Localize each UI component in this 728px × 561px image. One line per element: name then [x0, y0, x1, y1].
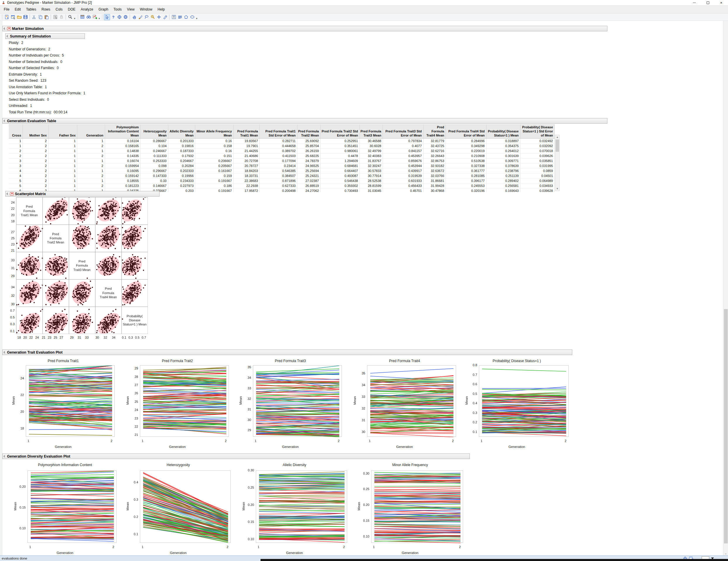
crosshair-icon[interactable]: [116, 14, 122, 20]
window-vertical-scrollbar[interactable]: ⌄: [723, 21, 728, 555]
minimize-button[interactable]: [688, 0, 701, 6]
table-row[interactable]: 42120.1591420.1473330.199560.15918.33731…: [9, 173, 555, 178]
disclosure-icon[interactable]: [4, 351, 6, 354]
globe-icon[interactable]: [122, 14, 129, 20]
section-header-trait-plot[interactable]: Generation Trait Evaluation Plot: [2, 350, 572, 355]
column-header[interactable]: Pred Formula Trait4 Std Error of Mean: [446, 125, 486, 138]
menu-cols[interactable]: Cols: [53, 6, 65, 13]
copy-icon[interactable]: [37, 14, 43, 20]
column-header[interactable]: Probability( Disease Status=1 ) Std Erro…: [520, 125, 554, 138]
section-header-scatterplot-matrix[interactable]: Scatterplot Matrix: [5, 191, 160, 196]
brush-icon[interactable]: [137, 14, 143, 20]
text-annotation-icon[interactable]: T: [171, 14, 177, 20]
maximize-button[interactable]: [701, 0, 715, 6]
chart-plot-area[interactable]: [253, 366, 342, 437]
section-header-diversity-plot[interactable]: Generation Diversity Evaluation Plot: [2, 454, 470, 459]
chart-plot-area[interactable]: [367, 366, 456, 437]
chart-plot-area[interactable]: [479, 366, 569, 437]
red-triangle-menu-icon[interactable]: [7, 27, 11, 30]
column-header[interactable]: Generation: [77, 125, 105, 138]
lock-icon[interactable]: [58, 14, 64, 20]
table-row[interactable]: 42110.160950.2966670.2023330.16166718.84…: [9, 168, 555, 173]
column-header[interactable]: Pred Formula Trait3 Mean: [359, 125, 383, 138]
table-vertical-scrollbar[interactable]: ▲ ▼: [555, 135, 560, 191]
section-header-marker-simulation[interactable]: Marker Simulation: [2, 26, 607, 31]
disclosure-icon[interactable]: [6, 192, 9, 195]
eraser-icon[interactable]: [162, 14, 168, 20]
menu-window[interactable]: Window: [137, 6, 155, 13]
column-header[interactable]: Mother Sex: [23, 125, 48, 138]
new-script-icon[interactable]: [4, 14, 10, 20]
disclosure-icon[interactable]: [4, 455, 6, 458]
column-header[interactable]: Polymorphism Information Content Mean: [105, 125, 140, 138]
column-header[interactable]: Pred Formula Trait1 Mean: [234, 125, 260, 138]
crosshair-plus-icon[interactable]: [156, 14, 162, 20]
section-header-generation-table[interactable]: Generation Evaluation Table: [2, 118, 607, 124]
table-row[interactable]: 52110.185550.330.2343330.19166722.386830…: [9, 178, 555, 183]
menu-graph[interactable]: Graph: [96, 6, 111, 13]
column-header[interactable]: Minor Allele Frequency Mean: [195, 125, 234, 138]
menu-doe[interactable]: DOE: [65, 6, 78, 13]
chart-plot-area[interactable]: [140, 366, 229, 437]
toolbar-drag-handle[interactable]: [77, 14, 78, 20]
table-row[interactable]: 12120.1581650.1040.198160.15819.79010.44…: [9, 143, 555, 148]
disclosure-icon[interactable]: [4, 27, 6, 30]
data-table-icon[interactable]: [79, 14, 85, 20]
toolbar-drag-handle[interactable]: [102, 14, 103, 20]
arrow-cursor-icon[interactable]: [104, 14, 110, 20]
magnifier-zoom-icon[interactable]: [150, 14, 156, 20]
red-triangle-menu-icon[interactable]: [10, 192, 14, 195]
chart-plot-area[interactable]: [140, 471, 231, 543]
column-header[interactable]: Pred Formula Trait1 Std Error of Mean: [260, 125, 297, 138]
menu-view[interactable]: View: [124, 6, 137, 13]
section-header-summary[interactable]: Summary of Simulation: [5, 33, 85, 39]
chart-plot-area[interactable]: [26, 366, 115, 437]
column-header[interactable]: Cross: [9, 125, 23, 138]
disclosure-icon[interactable]: [6, 35, 9, 38]
disclosure-icon[interactable]: [4, 119, 6, 122]
paste-icon[interactable]: [43, 14, 49, 20]
menu-file[interactable]: File: [1, 6, 12, 13]
column-header[interactable]: Heterozygosity Mean: [141, 125, 168, 138]
scatterplot-matrix[interactable]: PredFormulaTrait1 MeanPredFormulaTrait2 …: [16, 197, 148, 334]
table-row[interactable]: 12110.161040.2866670.2013330.1619.835670…: [9, 138, 555, 143]
table-row[interactable]: 22110.148380.2466670.1873330.1621.442550…: [9, 148, 555, 153]
toolbar-drag-handle[interactable]: [1, 14, 3, 20]
grabber-hand-icon[interactable]: [131, 14, 137, 20]
menu-edit[interactable]: Edit: [12, 6, 23, 13]
table-row[interactable]: 22120.143350.1113330.179320.15121.406860…: [9, 153, 555, 158]
magnifier-icon[interactable]: [67, 14, 73, 20]
toolbar-overflow-icon[interactable]: ▾: [73, 17, 76, 20]
menu-rows[interactable]: Rows: [39, 6, 53, 13]
table-row[interactable]: 32110.160740.2533330.2046670.20666720.72…: [9, 158, 555, 163]
menu-tables[interactable]: Tables: [23, 6, 39, 13]
toolbar-overflow-icon[interactable]: ▾: [195, 17, 198, 20]
close-button[interactable]: ✕: [715, 0, 728, 6]
column-header[interactable]: Pred Formula Trait3 Std Error of Mean: [383, 125, 423, 138]
chart-plot-area[interactable]: [28, 471, 117, 543]
help-icon[interactable]: ?: [110, 14, 116, 20]
toolbar-overflow-icon[interactable]: ▾: [98, 17, 101, 20]
column-header[interactable]: Father Sex: [48, 125, 77, 138]
save-icon[interactable]: [22, 14, 28, 20]
column-header[interactable]: Pred Formula Trait2 Std Error of Mean: [321, 125, 359, 138]
cut-icon[interactable]: [31, 14, 37, 20]
column-header[interactable]: Pred Formula Trait4 Mean: [423, 125, 446, 138]
table-row[interactable]: 52120.1812230.1466670.2279730.18622.2938…: [9, 183, 555, 188]
menu-help[interactable]: Help: [155, 6, 167, 13]
graph-builder-icon[interactable]: [92, 14, 98, 20]
open-folder-icon[interactable]: [16, 14, 22, 20]
line-annotation-icon[interactable]: [177, 14, 183, 20]
column-header[interactable]: Probability( Disease Status=1 ) Mean: [486, 125, 520, 138]
menu-analyze[interactable]: Analyze: [78, 6, 96, 13]
menu-tools[interactable]: Tools: [111, 6, 124, 13]
chart-plot-area[interactable]: [256, 471, 347, 543]
journal-icon[interactable]: [52, 14, 58, 20]
table-row[interactable]: 32120.1599540.0980.202840.20566720.78727…: [9, 163, 555, 168]
column-header[interactable]: Allelic Diversity Mean: [168, 125, 195, 138]
column-header[interactable]: Pred Formula Trait2 Mean: [297, 125, 321, 138]
polygon-annotation-icon[interactable]: [183, 14, 189, 20]
new-window-icon[interactable]: [10, 14, 16, 20]
lasso-icon[interactable]: [143, 14, 150, 20]
binoculars-icon[interactable]: [85, 14, 92, 20]
